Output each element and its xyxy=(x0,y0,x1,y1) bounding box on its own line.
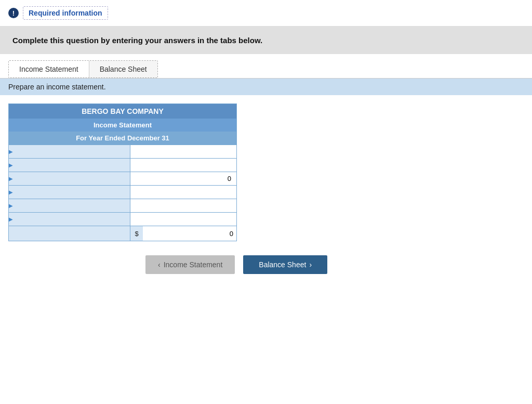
row-arrow: ▶ xyxy=(9,176,13,181)
section-instruction-bar: Prepare an income statement. xyxy=(0,79,532,95)
row4-label-input[interactable] xyxy=(14,187,130,197)
row3-value-input[interactable] xyxy=(130,172,233,185)
instruction-banner: Complete this question by entering your … xyxy=(0,27,532,54)
total-label-input[interactable] xyxy=(9,226,130,241)
row6-value-input[interactable] xyxy=(130,213,233,226)
prev-icon: ‹ xyxy=(158,260,161,269)
period-header: For Year Ended December 31 xyxy=(9,132,237,145)
total-row: $ xyxy=(9,226,237,241)
row1-label-input[interactable] xyxy=(14,147,130,157)
next-button[interactable]: Balance Sheet › xyxy=(243,255,327,274)
required-info-label: Required information xyxy=(23,6,108,20)
info-icon: ! xyxy=(8,8,19,18)
income-statement-table: BERGO BAY COMPANY Income Statement For Y… xyxy=(8,103,237,241)
tab-balance-sheet[interactable]: Balance Sheet xyxy=(89,61,157,77)
table-row: ▶ xyxy=(9,159,237,172)
next-icon: › xyxy=(309,260,312,269)
row-arrow: ▶ xyxy=(9,149,13,154)
tabs-container: Income Statement Balance Sheet xyxy=(8,60,158,78)
row-arrow: ▶ xyxy=(9,162,13,168)
next-label: Balance Sheet xyxy=(259,260,306,269)
row4-value-input[interactable] xyxy=(130,186,233,199)
navigation-buttons: ‹ Income Statement Balance Sheet › xyxy=(145,255,532,274)
tab-income-statement[interactable]: Income Statement xyxy=(9,61,89,77)
header-bar: ! Required information xyxy=(0,0,532,27)
row-arrow: ▶ xyxy=(9,216,13,222)
company-name-header: BERGO BAY COMPANY xyxy=(9,104,237,119)
row5-value-input[interactable] xyxy=(130,199,233,212)
row-arrow: ▶ xyxy=(9,203,13,208)
row6-label-input[interactable] xyxy=(14,214,130,224)
income-statement-table-wrapper: BERGO BAY COMPANY Income Statement For Y… xyxy=(8,103,237,241)
row2-value-input[interactable] xyxy=(130,159,233,172)
row3-label-input[interactable] xyxy=(14,174,130,184)
row-arrow: ▶ xyxy=(9,189,13,195)
row1-value-input[interactable] xyxy=(130,145,233,158)
prev-button[interactable]: ‹ Income Statement xyxy=(145,255,235,274)
prev-label: Income Statement xyxy=(164,260,223,269)
row2-label-input[interactable] xyxy=(14,160,130,170)
table-row: ▶ xyxy=(9,199,237,213)
table-row: ▶ xyxy=(9,186,237,199)
table-row: ▶ xyxy=(9,213,237,226)
dollar-sign: $ xyxy=(130,230,143,238)
row5-label-input[interactable] xyxy=(14,201,130,211)
table-row: ▶ xyxy=(9,145,237,159)
table-row: ▶ xyxy=(9,172,237,186)
statement-title-header: Income Statement xyxy=(9,119,237,132)
total-value-input[interactable] xyxy=(143,226,236,241)
